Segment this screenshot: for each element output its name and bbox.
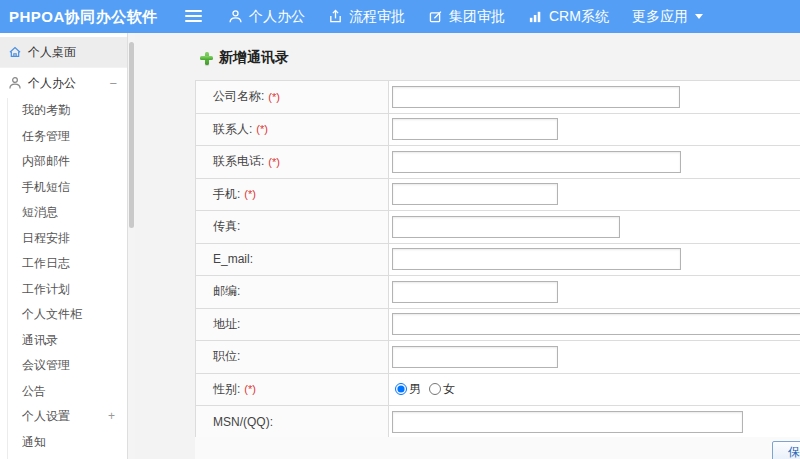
collapse-minus-icon: − xyxy=(109,76,117,91)
sidebar-item-task-management[interactable]: 任务管理 xyxy=(0,124,127,150)
sidebar: 个人桌面 个人办公 − 我的考勤 任务管理 内部邮件 手机短信 短消息 日程安排… xyxy=(0,33,127,459)
sidebar-item-schedule[interactable]: 日程安排 xyxy=(0,226,127,252)
new-contact-form: 公司名称:(*) 联系人:(*) 联系电话:(*) 手机:(*) 传真: E_m… xyxy=(195,80,800,439)
add-plus-icon xyxy=(200,52,213,65)
form-footer xyxy=(195,437,800,459)
caret-down-icon xyxy=(695,14,703,19)
sidebar-item-personal-desktop[interactable]: 个人桌面 xyxy=(0,37,127,68)
nav-label: 更多应用 xyxy=(632,8,688,26)
sidebar-item-my-attendance[interactable]: 我的考勤 xyxy=(0,98,127,124)
sidebar-item-notification[interactable]: 通知 xyxy=(0,430,127,456)
sidebar-item-announcement[interactable]: 公告 xyxy=(0,379,127,405)
field-label: E_mail: xyxy=(213,252,253,266)
gender-female-radio[interactable] xyxy=(429,383,441,395)
nav-label: 集团审批 xyxy=(449,8,505,26)
nav-more-apps[interactable]: 更多应用 xyxy=(632,8,703,26)
zipcode-input[interactable] xyxy=(392,281,558,303)
sidebar-item-internal-mail[interactable]: 内部邮件 xyxy=(0,149,127,175)
form-row-mobile: 手机:(*) xyxy=(195,179,800,212)
field-label: MSN/(QQ): xyxy=(213,415,273,429)
contact-person-input[interactable] xyxy=(392,118,558,140)
field-label: 地址: xyxy=(213,316,240,333)
field-label: 性别: xyxy=(213,381,240,398)
fax-input[interactable] xyxy=(392,216,620,238)
form-row-zipcode: 邮编: xyxy=(195,276,800,309)
field-label: 公司名称: xyxy=(213,88,264,105)
app-title: PHPOA协同办公软件 xyxy=(9,0,158,33)
sidebar-item-personal-settings[interactable]: 个人设置 + xyxy=(0,404,127,430)
nav-workflow-approval[interactable]: 流程审批 xyxy=(328,8,405,26)
msn-qq-input[interactable] xyxy=(392,411,743,433)
form-row-address: 地址: xyxy=(195,309,800,342)
field-label: 传真: xyxy=(213,218,240,235)
menu-toggle-button[interactable] xyxy=(185,10,202,23)
sidebar-item-work-log[interactable]: 工作日志 xyxy=(0,251,127,277)
upload-icon xyxy=(328,9,343,24)
field-label: 联系电话: xyxy=(213,153,264,170)
gender-radio-group: 男 女 xyxy=(392,381,463,398)
form-row-msn-qq: MSN/(QQ): xyxy=(195,406,800,439)
sidebar-item-meeting-management[interactable]: 会议管理 xyxy=(0,353,127,379)
field-label: 邮编: xyxy=(213,283,240,300)
position-input[interactable] xyxy=(392,346,558,368)
nav-crm-system[interactable]: CRM系统 xyxy=(528,8,609,26)
gender-female-option[interactable]: 女 xyxy=(429,381,455,398)
address-input[interactable] xyxy=(392,313,800,335)
sidebar-item-label: 个人桌面 xyxy=(28,44,76,61)
gender-male-radio[interactable] xyxy=(395,383,407,395)
field-label: 手机: xyxy=(213,186,240,203)
sidebar-item-mobile-sms[interactable]: 手机短信 xyxy=(0,175,127,201)
scrollbar-thumb[interactable] xyxy=(129,42,134,228)
form-row-company-name: 公司名称:(*) xyxy=(195,81,800,114)
required-marker: (*) xyxy=(268,156,280,168)
user-icon xyxy=(8,76,22,90)
nav-personal-office[interactable]: 个人办公 xyxy=(228,8,305,26)
required-marker: (*) xyxy=(268,91,280,103)
nav-label: CRM系统 xyxy=(549,8,609,26)
sidebar-item-personal-files[interactable]: 个人文件柜 xyxy=(0,302,127,328)
sidebar-item-label: 个人办公 xyxy=(28,75,76,92)
sidebar-item-short-message[interactable]: 短消息 xyxy=(0,200,127,226)
page-header: 新增通讯录 xyxy=(200,49,289,67)
contact-phone-input[interactable] xyxy=(392,151,681,173)
home-icon xyxy=(8,45,22,59)
form-row-gender: 性别:(*) 男 女 xyxy=(195,374,800,407)
sidebar-item-address-book[interactable]: 通讯录 xyxy=(0,328,127,354)
gender-male-option[interactable]: 男 xyxy=(395,381,421,398)
required-marker: (*) xyxy=(244,188,256,200)
form-row-position: 职位: xyxy=(195,341,800,374)
page-title: 新增通讯录 xyxy=(219,49,289,67)
field-label: 联系人: xyxy=(213,121,252,138)
nav-group-approval[interactable]: 集团审批 xyxy=(428,8,505,26)
top-nav: 个人办公 流程审批 集团审批 CRM系统 xyxy=(228,0,726,33)
form-row-email: E_mail: xyxy=(195,244,800,277)
mobile-input[interactable] xyxy=(392,183,558,205)
field-label: 职位: xyxy=(213,348,240,365)
form-row-fax: 传真: xyxy=(195,211,800,244)
sidebar-scrollbar xyxy=(128,33,135,459)
email-input[interactable] xyxy=(392,248,681,270)
sidebar-submenu: 我的考勤 任务管理 内部邮件 手机短信 短消息 日程安排 工作日志 工作计划 个… xyxy=(0,98,127,455)
bar-chart-icon xyxy=(528,9,543,24)
company-name-input[interactable] xyxy=(392,86,680,108)
required-marker: (*) xyxy=(244,383,256,395)
expand-plus-icon: + xyxy=(108,404,115,430)
form-row-contact-phone: 联系电话:(*) xyxy=(195,146,800,179)
top-bar: PHPOA协同办公软件 个人办公 流程审批 xyxy=(0,0,800,33)
sidebar-item-personal-office[interactable]: 个人办公 − xyxy=(0,68,127,98)
required-marker: (*) xyxy=(256,123,268,135)
user-icon xyxy=(228,9,243,24)
nav-label: 个人办公 xyxy=(249,8,305,26)
edit-icon xyxy=(428,9,443,24)
form-row-contact-person: 联系人:(*) xyxy=(195,114,800,147)
nav-label: 流程审批 xyxy=(349,8,405,26)
save-button[interactable]: 保存 xyxy=(772,441,800,459)
sidebar-item-work-plan[interactable]: 工作计划 xyxy=(0,277,127,303)
